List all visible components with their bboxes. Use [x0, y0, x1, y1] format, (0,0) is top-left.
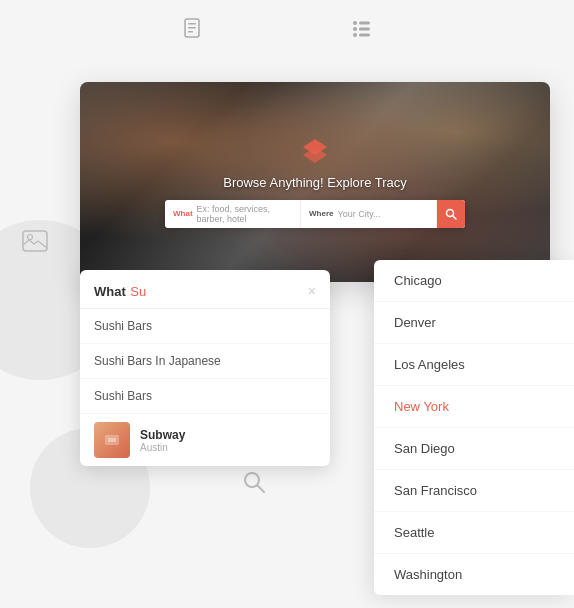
- list-item[interactable]: Sushi Bars: [80, 309, 330, 344]
- where-section[interactable]: Where Your City...: [301, 200, 437, 228]
- what-placeholder: Ex: food, services, barber, hotel: [197, 204, 292, 224]
- item-location: Austin: [140, 442, 185, 453]
- city-item-new-york[interactable]: New York: [374, 386, 574, 428]
- svg-rect-10: [23, 231, 47, 251]
- svg-rect-5: [359, 22, 370, 25]
- city-item-san-diego[interactable]: San Diego: [374, 428, 574, 470]
- item-name: Subway: [140, 428, 185, 442]
- item-thumbnail: [94, 422, 130, 458]
- image-icon: [22, 230, 48, 258]
- city-item-san-francisco[interactable]: San Francisco: [374, 470, 574, 512]
- svg-point-8: [353, 33, 357, 37]
- item-label: Sushi Bars In Japanese: [94, 354, 221, 368]
- where-placeholder: Your City...: [337, 209, 380, 219]
- city-name: New York: [394, 399, 449, 414]
- item-label: Sushi Bars: [94, 319, 152, 333]
- autocomplete-dropdown: What Su × Sushi Bars Sushi Bars In Japan…: [80, 270, 330, 466]
- city-item-seattle[interactable]: Seattle: [374, 512, 574, 554]
- city-list: Chicago Denver Los Angeles New York San …: [374, 260, 574, 595]
- city-name: San Diego: [394, 441, 455, 456]
- browser-window: Browse Anything! Explore Tracy What Ex: …: [80, 82, 550, 282]
- top-icons-bar: [0, 18, 574, 50]
- svg-rect-17: [108, 438, 116, 442]
- item-label: Sushi Bars: [94, 389, 152, 403]
- svg-point-6: [353, 27, 357, 31]
- search-button[interactable]: [437, 200, 465, 228]
- what-section[interactable]: What Ex: food, services, barber, hotel: [165, 200, 301, 228]
- svg-rect-3: [188, 31, 193, 33]
- where-label: Where: [309, 209, 333, 218]
- hero-search-bar[interactable]: What Ex: food, services, barber, hotel W…: [165, 200, 465, 228]
- list-item[interactable]: Sushi Bars In Japanese: [80, 344, 330, 379]
- what-label: What: [173, 209, 193, 218]
- list-item-with-image[interactable]: Subway Austin: [80, 414, 330, 466]
- city-name: San Francisco: [394, 483, 477, 498]
- city-name: Los Angeles: [394, 357, 465, 372]
- svg-rect-7: [359, 28, 370, 31]
- hero-image: Browse Anything! Explore Tracy What Ex: …: [80, 82, 550, 282]
- city-item-denver[interactable]: Denver: [374, 302, 574, 344]
- dropdown-close-button[interactable]: ×: [308, 283, 316, 299]
- document-icon: [183, 18, 205, 50]
- hero-title: Browse Anything! Explore Tracy: [223, 175, 407, 190]
- city-name: Denver: [394, 315, 436, 330]
- svg-line-15: [453, 215, 457, 219]
- dropdown-what-label: What: [94, 284, 126, 299]
- hamburger-menu-icon[interactable]: [350, 18, 372, 50]
- list-item[interactable]: Sushi Bars: [80, 379, 330, 414]
- item-text: Subway Austin: [140, 428, 185, 453]
- dropdown-header-content: What Su: [94, 282, 146, 300]
- svg-rect-1: [188, 23, 196, 25]
- search-icon-bottom[interactable]: [242, 470, 266, 500]
- city-item-washington[interactable]: Washington: [374, 554, 574, 595]
- city-name: Washington: [394, 567, 462, 582]
- city-name: Seattle: [394, 525, 434, 540]
- city-name: Chicago: [394, 273, 442, 288]
- dropdown-search-text: Su: [130, 284, 146, 299]
- logo-stack: [297, 137, 333, 169]
- svg-point-4: [353, 21, 357, 25]
- city-item-los-angeles[interactable]: Los Angeles: [374, 344, 574, 386]
- svg-line-19: [258, 486, 265, 493]
- city-item-chicago[interactable]: Chicago: [374, 260, 574, 302]
- svg-rect-2: [188, 27, 196, 29]
- dropdown-header: What Su ×: [80, 270, 330, 309]
- svg-rect-9: [359, 34, 370, 37]
- svg-point-11: [28, 235, 33, 240]
